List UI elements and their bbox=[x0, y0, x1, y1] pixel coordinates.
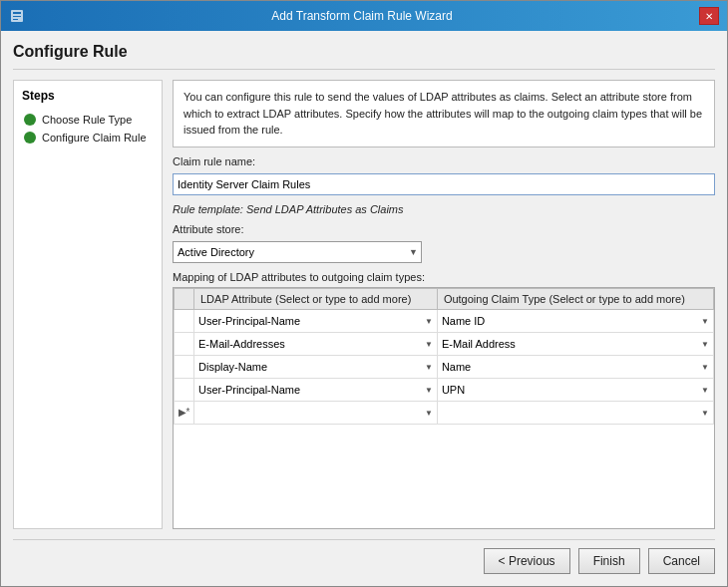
new-ldap-cell bbox=[194, 401, 438, 424]
wizard-window: Add Transform Claim Rule Wizard ✕ Config… bbox=[0, 0, 728, 587]
ldap-select-wrapper: User-Principal-Name bbox=[196, 311, 435, 331]
ldap-attribute-cell: E-Mail-Addresses bbox=[194, 332, 438, 355]
claim-type-select[interactable]: Name bbox=[440, 357, 711, 377]
ldap-attribute-select[interactable]: User-Principal-Name bbox=[196, 380, 435, 400]
attribute-store-label: Attribute store: bbox=[173, 223, 715, 235]
ldap-attribute-cell: Display-Name bbox=[194, 355, 438, 378]
ldap-attribute-select[interactable]: E-Mail-Addresses bbox=[196, 334, 435, 354]
new-claim-wrapper bbox=[440, 403, 711, 423]
page-title: Configure Rule bbox=[13, 43, 715, 70]
claim-type-select[interactable]: Name ID bbox=[440, 311, 711, 331]
row-indicator bbox=[175, 332, 194, 355]
title-bar: Add Transform Claim Rule Wizard ✕ bbox=[1, 1, 727, 31]
table-header-row: LDAP Attribute (Select or type to add mo… bbox=[175, 288, 714, 309]
claim-type-cell: UPN bbox=[437, 378, 713, 401]
mapping-label: Mapping of LDAP attributes to outgoing c… bbox=[173, 271, 715, 283]
step-label-2: Configure Claim Rule bbox=[42, 132, 147, 144]
col-claim-header: Outgoing Claim Type (Select or type to a… bbox=[437, 288, 713, 309]
svg-rect-2 bbox=[13, 16, 21, 17]
window-title: Add Transform Claim Rule Wizard bbox=[25, 9, 699, 23]
description-text: You can configure this rule to send the … bbox=[183, 91, 702, 136]
col-ldap-header: LDAP Attribute (Select or type to add mo… bbox=[194, 288, 438, 309]
finish-button[interactable]: Finish bbox=[578, 548, 640, 574]
description-box: You can configure this rule to send the … bbox=[173, 80, 715, 147]
claim-rule-name-label: Claim rule name: bbox=[173, 155, 715, 167]
window-content: Configure Rule Steps Choose Rule Type Co… bbox=[1, 31, 727, 586]
row-indicator bbox=[175, 309, 194, 332]
new-claim-cell bbox=[437, 401, 713, 424]
claim-rule-name-section: Claim rule name: bbox=[173, 155, 715, 195]
claim-select-wrapper: Name bbox=[440, 357, 711, 377]
steps-title: Steps bbox=[22, 89, 154, 103]
claim-type-cell: E-Mail Address bbox=[437, 332, 713, 355]
row-indicator bbox=[175, 378, 194, 401]
table-row: User-Principal-NameUPN bbox=[175, 378, 714, 401]
ldap-select-wrapper: User-Principal-Name bbox=[196, 380, 435, 400]
ldap-select-wrapper: E-Mail-Addresses bbox=[196, 334, 435, 354]
table-row: User-Principal-NameName ID bbox=[175, 309, 714, 332]
mapping-table-wrapper: LDAP Attribute (Select or type to add mo… bbox=[173, 287, 715, 530]
new-row-indicator: ▶* bbox=[175, 401, 194, 424]
ldap-attribute-select[interactable]: Display-Name bbox=[196, 357, 435, 377]
table-new-row: ▶* bbox=[175, 401, 714, 424]
step-label-1: Choose Rule Type bbox=[42, 114, 132, 126]
mapping-section: Mapping of LDAP attributes to outgoing c… bbox=[173, 271, 715, 530]
step-item-choose-rule[interactable]: Choose Rule Type bbox=[22, 111, 154, 129]
ldap-attribute-select[interactable]: User-Principal-Name bbox=[196, 311, 435, 331]
ldap-attribute-cell: User-Principal-Name bbox=[194, 378, 438, 401]
previous-button[interactable]: < Previous bbox=[484, 548, 570, 574]
col-indicator-header bbox=[175, 288, 194, 309]
window-icon bbox=[9, 8, 25, 24]
attribute-store-wrapper: Active Directory bbox=[173, 241, 422, 263]
attribute-store-section: Attribute store: Active Directory bbox=[173, 223, 715, 263]
claim-select-wrapper: Name ID bbox=[440, 311, 711, 331]
new-claim-select[interactable] bbox=[440, 403, 711, 423]
claim-type-select[interactable]: UPN bbox=[440, 380, 711, 400]
table-row: E-Mail-AddressesE-Mail Address bbox=[175, 332, 714, 355]
mapping-table: LDAP Attribute (Select or type to add mo… bbox=[174, 288, 714, 425]
steps-panel: Steps Choose Rule Type Configure Claim R… bbox=[13, 80, 163, 529]
attribute-store-select[interactable]: Active Directory bbox=[173, 241, 422, 263]
svg-rect-1 bbox=[13, 12, 21, 14]
cancel-button[interactable]: Cancel bbox=[648, 548, 715, 574]
ldap-select-wrapper: Display-Name bbox=[196, 357, 435, 377]
new-ldap-wrapper bbox=[196, 403, 435, 423]
title-bar-controls: ✕ bbox=[699, 7, 719, 25]
table-row: Display-NameName bbox=[175, 355, 714, 378]
footer: < Previous Finish Cancel bbox=[13, 539, 715, 574]
claim-type-select[interactable]: E-Mail Address bbox=[440, 334, 711, 354]
main-area: Steps Choose Rule Type Configure Claim R… bbox=[13, 80, 715, 529]
rule-template-text: Rule template: Send LDAP Attributes as C… bbox=[173, 203, 715, 215]
content-panel: You can configure this rule to send the … bbox=[173, 80, 715, 529]
new-ldap-select[interactable] bbox=[196, 403, 435, 423]
close-button[interactable]: ✕ bbox=[699, 7, 719, 25]
rule-template-section: Rule template: Send LDAP Attributes as C… bbox=[173, 203, 715, 215]
claim-select-wrapper: E-Mail Address bbox=[440, 334, 711, 354]
step-item-configure-claim[interactable]: Configure Claim Rule bbox=[22, 129, 154, 147]
ldap-attribute-cell: User-Principal-Name bbox=[194, 309, 438, 332]
claim-type-cell: Name ID bbox=[437, 309, 713, 332]
step-indicator-2 bbox=[24, 132, 36, 144]
claim-select-wrapper: UPN bbox=[440, 380, 711, 400]
svg-rect-3 bbox=[13, 19, 18, 20]
row-indicator bbox=[175, 355, 194, 378]
step-indicator-1 bbox=[24, 114, 36, 126]
claim-type-cell: Name bbox=[437, 355, 713, 378]
claim-rule-name-input[interactable] bbox=[173, 173, 715, 195]
